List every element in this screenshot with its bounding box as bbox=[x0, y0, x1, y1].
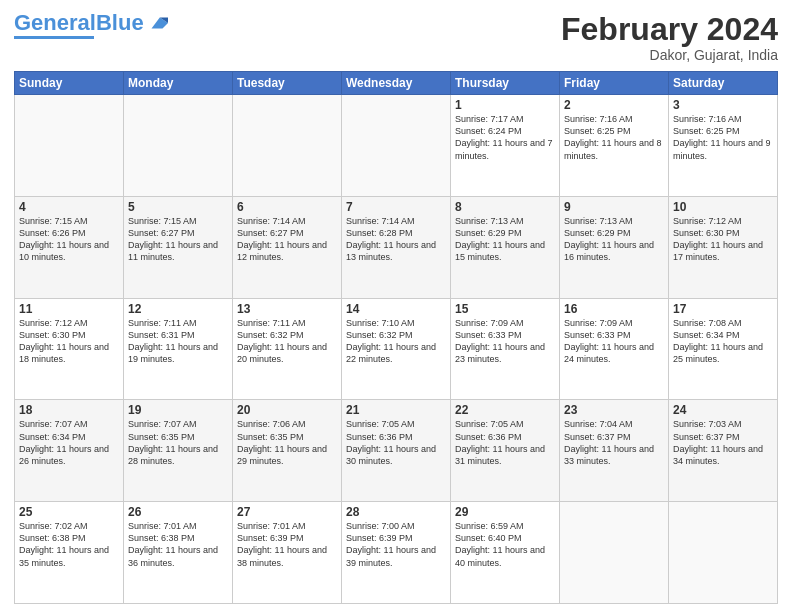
col-friday: Friday bbox=[560, 72, 669, 95]
day-info: Sunrise: 7:05 AMSunset: 6:36 PMDaylight:… bbox=[346, 418, 446, 467]
calendar-cell: 18Sunrise: 7:07 AMSunset: 6:34 PMDayligh… bbox=[15, 400, 124, 502]
calendar-cell: 3Sunrise: 7:16 AMSunset: 6:25 PMDaylight… bbox=[669, 95, 778, 197]
day-number: 6 bbox=[237, 200, 337, 214]
day-info: Sunrise: 7:13 AMSunset: 6:29 PMDaylight:… bbox=[455, 215, 555, 264]
day-number: 7 bbox=[346, 200, 446, 214]
page: GeneralBlue February 2024 Dakor, Gujarat… bbox=[0, 0, 792, 612]
day-number: 2 bbox=[564, 98, 664, 112]
day-number: 26 bbox=[128, 505, 228, 519]
calendar-cell: 21Sunrise: 7:05 AMSunset: 6:36 PMDayligh… bbox=[342, 400, 451, 502]
day-number: 24 bbox=[673, 403, 773, 417]
calendar-cell: 13Sunrise: 7:11 AMSunset: 6:32 PMDayligh… bbox=[233, 298, 342, 400]
day-number: 22 bbox=[455, 403, 555, 417]
calendar-cell bbox=[15, 95, 124, 197]
day-info: Sunrise: 7:09 AMSunset: 6:33 PMDaylight:… bbox=[564, 317, 664, 366]
day-number: 28 bbox=[346, 505, 446, 519]
calendar-cell bbox=[124, 95, 233, 197]
calendar-cell bbox=[342, 95, 451, 197]
day-info: Sunrise: 7:11 AMSunset: 6:32 PMDaylight:… bbox=[237, 317, 337, 366]
day-info: Sunrise: 7:17 AMSunset: 6:24 PMDaylight:… bbox=[455, 113, 555, 162]
day-info: Sunrise: 7:16 AMSunset: 6:25 PMDaylight:… bbox=[564, 113, 664, 162]
day-number: 17 bbox=[673, 302, 773, 316]
day-info: Sunrise: 7:00 AMSunset: 6:39 PMDaylight:… bbox=[346, 520, 446, 569]
title-area: February 2024 Dakor, Gujarat, India bbox=[561, 12, 778, 63]
calendar-cell: 9Sunrise: 7:13 AMSunset: 6:29 PMDaylight… bbox=[560, 196, 669, 298]
day-info: Sunrise: 7:14 AMSunset: 6:27 PMDaylight:… bbox=[237, 215, 337, 264]
day-info: Sunrise: 7:16 AMSunset: 6:25 PMDaylight:… bbox=[673, 113, 773, 162]
calendar-cell bbox=[560, 502, 669, 604]
day-number: 4 bbox=[19, 200, 119, 214]
logo-icon bbox=[146, 12, 168, 34]
logo-text: GeneralBlue bbox=[14, 12, 144, 34]
day-number: 25 bbox=[19, 505, 119, 519]
calendar-cell: 17Sunrise: 7:08 AMSunset: 6:34 PMDayligh… bbox=[669, 298, 778, 400]
day-info: Sunrise: 7:03 AMSunset: 6:37 PMDaylight:… bbox=[673, 418, 773, 467]
calendar-cell bbox=[233, 95, 342, 197]
logo: GeneralBlue bbox=[14, 12, 168, 39]
day-number: 13 bbox=[237, 302, 337, 316]
col-thursday: Thursday bbox=[451, 72, 560, 95]
day-info: Sunrise: 7:15 AMSunset: 6:26 PMDaylight:… bbox=[19, 215, 119, 264]
day-info: Sunrise: 6:59 AMSunset: 6:40 PMDaylight:… bbox=[455, 520, 555, 569]
day-info: Sunrise: 7:09 AMSunset: 6:33 PMDaylight:… bbox=[455, 317, 555, 366]
calendar-cell: 26Sunrise: 7:01 AMSunset: 6:38 PMDayligh… bbox=[124, 502, 233, 604]
calendar-cell: 10Sunrise: 7:12 AMSunset: 6:30 PMDayligh… bbox=[669, 196, 778, 298]
calendar-cell: 8Sunrise: 7:13 AMSunset: 6:29 PMDaylight… bbox=[451, 196, 560, 298]
calendar-cell: 28Sunrise: 7:00 AMSunset: 6:39 PMDayligh… bbox=[342, 502, 451, 604]
day-number: 18 bbox=[19, 403, 119, 417]
day-info: Sunrise: 7:02 AMSunset: 6:38 PMDaylight:… bbox=[19, 520, 119, 569]
calendar-cell: 11Sunrise: 7:12 AMSunset: 6:30 PMDayligh… bbox=[15, 298, 124, 400]
calendar-week-row: 18Sunrise: 7:07 AMSunset: 6:34 PMDayligh… bbox=[15, 400, 778, 502]
calendar-week-row: 4Sunrise: 7:15 AMSunset: 6:26 PMDaylight… bbox=[15, 196, 778, 298]
col-wednesday: Wednesday bbox=[342, 72, 451, 95]
day-info: Sunrise: 7:10 AMSunset: 6:32 PMDaylight:… bbox=[346, 317, 446, 366]
day-number: 11 bbox=[19, 302, 119, 316]
calendar-cell: 12Sunrise: 7:11 AMSunset: 6:31 PMDayligh… bbox=[124, 298, 233, 400]
day-number: 5 bbox=[128, 200, 228, 214]
calendar-cell: 5Sunrise: 7:15 AMSunset: 6:27 PMDaylight… bbox=[124, 196, 233, 298]
calendar-cell: 27Sunrise: 7:01 AMSunset: 6:39 PMDayligh… bbox=[233, 502, 342, 604]
calendar-header-row: Sunday Monday Tuesday Wednesday Thursday… bbox=[15, 72, 778, 95]
day-info: Sunrise: 7:05 AMSunset: 6:36 PMDaylight:… bbox=[455, 418, 555, 467]
calendar-week-row: 1Sunrise: 7:17 AMSunset: 6:24 PMDaylight… bbox=[15, 95, 778, 197]
day-number: 3 bbox=[673, 98, 773, 112]
calendar-cell: 24Sunrise: 7:03 AMSunset: 6:37 PMDayligh… bbox=[669, 400, 778, 502]
calendar-cell: 16Sunrise: 7:09 AMSunset: 6:33 PMDayligh… bbox=[560, 298, 669, 400]
calendar-cell: 4Sunrise: 7:15 AMSunset: 6:26 PMDaylight… bbox=[15, 196, 124, 298]
calendar-cell: 7Sunrise: 7:14 AMSunset: 6:28 PMDaylight… bbox=[342, 196, 451, 298]
header: GeneralBlue February 2024 Dakor, Gujarat… bbox=[14, 12, 778, 63]
day-info: Sunrise: 7:11 AMSunset: 6:31 PMDaylight:… bbox=[128, 317, 228, 366]
col-saturday: Saturday bbox=[669, 72, 778, 95]
month-title: February 2024 bbox=[561, 12, 778, 47]
calendar-cell: 23Sunrise: 7:04 AMSunset: 6:37 PMDayligh… bbox=[560, 400, 669, 502]
calendar-cell bbox=[669, 502, 778, 604]
day-info: Sunrise: 7:13 AMSunset: 6:29 PMDaylight:… bbox=[564, 215, 664, 264]
day-info: Sunrise: 7:12 AMSunset: 6:30 PMDaylight:… bbox=[673, 215, 773, 264]
col-sunday: Sunday bbox=[15, 72, 124, 95]
day-number: 19 bbox=[128, 403, 228, 417]
day-number: 1 bbox=[455, 98, 555, 112]
calendar-cell: 20Sunrise: 7:06 AMSunset: 6:35 PMDayligh… bbox=[233, 400, 342, 502]
calendar-cell: 1Sunrise: 7:17 AMSunset: 6:24 PMDaylight… bbox=[451, 95, 560, 197]
day-number: 23 bbox=[564, 403, 664, 417]
calendar-cell: 2Sunrise: 7:16 AMSunset: 6:25 PMDaylight… bbox=[560, 95, 669, 197]
day-info: Sunrise: 7:15 AMSunset: 6:27 PMDaylight:… bbox=[128, 215, 228, 264]
day-number: 9 bbox=[564, 200, 664, 214]
calendar-cell: 25Sunrise: 7:02 AMSunset: 6:38 PMDayligh… bbox=[15, 502, 124, 604]
day-number: 27 bbox=[237, 505, 337, 519]
day-number: 10 bbox=[673, 200, 773, 214]
day-number: 21 bbox=[346, 403, 446, 417]
day-info: Sunrise: 7:01 AMSunset: 6:38 PMDaylight:… bbox=[128, 520, 228, 569]
day-info: Sunrise: 7:07 AMSunset: 6:35 PMDaylight:… bbox=[128, 418, 228, 467]
calendar-table: Sunday Monday Tuesday Wednesday Thursday… bbox=[14, 71, 778, 604]
day-number: 12 bbox=[128, 302, 228, 316]
col-tuesday: Tuesday bbox=[233, 72, 342, 95]
calendar-cell: 29Sunrise: 6:59 AMSunset: 6:40 PMDayligh… bbox=[451, 502, 560, 604]
day-info: Sunrise: 7:08 AMSunset: 6:34 PMDaylight:… bbox=[673, 317, 773, 366]
calendar-cell: 19Sunrise: 7:07 AMSunset: 6:35 PMDayligh… bbox=[124, 400, 233, 502]
day-number: 8 bbox=[455, 200, 555, 214]
calendar-week-row: 25Sunrise: 7:02 AMSunset: 6:38 PMDayligh… bbox=[15, 502, 778, 604]
day-info: Sunrise: 7:12 AMSunset: 6:30 PMDaylight:… bbox=[19, 317, 119, 366]
calendar-cell: 14Sunrise: 7:10 AMSunset: 6:32 PMDayligh… bbox=[342, 298, 451, 400]
calendar-cell: 15Sunrise: 7:09 AMSunset: 6:33 PMDayligh… bbox=[451, 298, 560, 400]
